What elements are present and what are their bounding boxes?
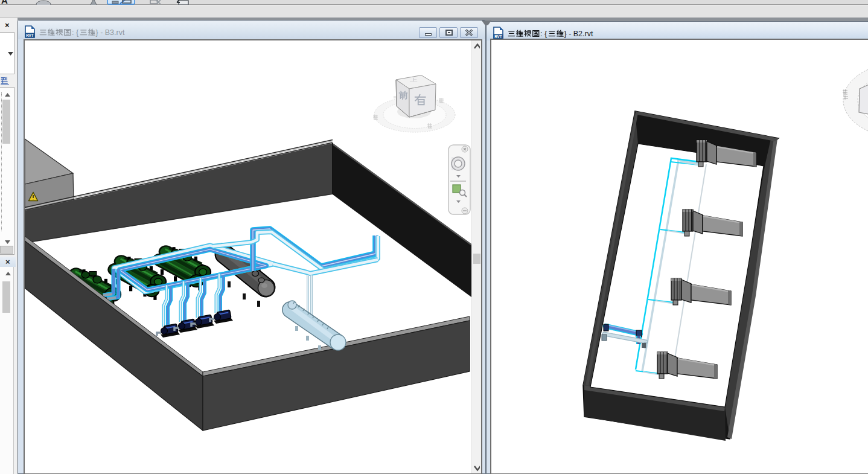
- svg-text:: {: : {: [540, 29, 547, 37]
- svg-text:} - B2.rvt: } - B2.rvt: [564, 29, 593, 37]
- svg-text:} - B3.rvt: } - B3.rvt: [96, 28, 125, 36]
- svg-text:: {: : {: [72, 28, 78, 36]
- svg-text:RVT: RVT: [26, 33, 34, 37]
- svg-text:RVT: RVT: [494, 34, 502, 39]
